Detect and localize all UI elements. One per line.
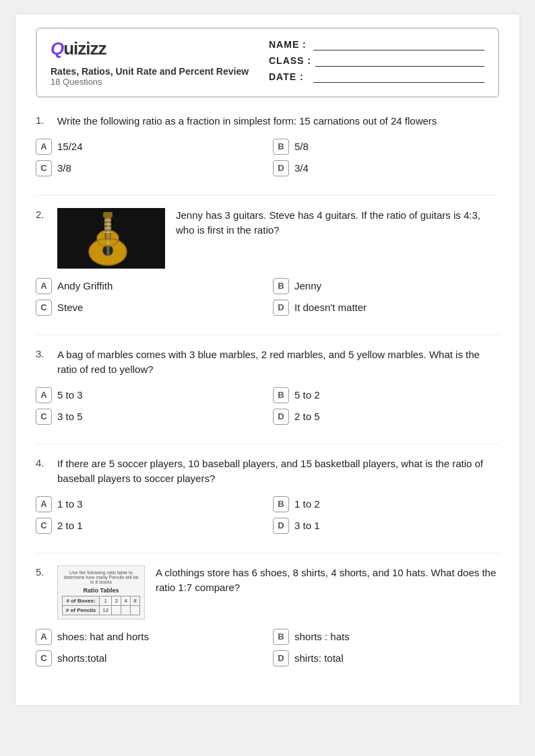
q4-answer-c: C 2 to 1: [36, 518, 262, 534]
q5-answers: A shoes: hat and horts B shorts : hats C…: [36, 629, 499, 666]
quizizz-logo: Quizizz: [51, 38, 249, 59]
q4-text-a: 1 to 3: [57, 498, 83, 510]
date-label: DATE :: [269, 71, 309, 82]
header-left: Quizizz Rates, Ratios, Unit Rate and Per…: [51, 38, 249, 87]
question-3-header: 3. A bag of marbles comes with 3 blue ma…: [36, 347, 499, 378]
q3-letter-c: C: [36, 409, 52, 425]
q1-answer-c: C 3/8: [36, 160, 262, 176]
question-5: 5. Use the following ratio table to dete…: [36, 565, 499, 666]
page-container: Quizizz Rates, Ratios, Unit Rate and Per…: [15, 13, 520, 706]
q2-text-c: Steve: [57, 302, 83, 313]
q5-letter-d: D: [273, 650, 289, 666]
q4-letter-b: B: [273, 496, 289, 512]
rt-header-boxes: # of Boxes:: [63, 596, 100, 605]
q2-content: Jenny has 3 guitars. Steve has 4 guitars…: [57, 208, 499, 269]
q2-number: 2.: [36, 208, 51, 220]
q5-letter-a: A: [36, 629, 52, 645]
q5-letter-b: B: [273, 629, 289, 645]
q3-answer-c: C 3 to 5: [36, 409, 262, 425]
class-field-row: CLASS :: [269, 55, 484, 67]
logo-q: Q: [51, 38, 63, 59]
q3-number: 3.: [36, 347, 51, 359]
rt-cell-8: 8: [131, 596, 140, 605]
q3-answers: A 5 to 3 B 5 to 2 C 3 to 5 D 2 to 5: [36, 387, 499, 425]
q3-answer-d: D 2 to 5: [273, 409, 499, 425]
name-line: [313, 38, 484, 50]
quiz-questions-count: 18 Questions: [51, 77, 249, 87]
q3-letter-d: D: [273, 409, 289, 425]
q2-letter-c: C: [36, 300, 52, 316]
question-4-header: 4. If there are 5 soccer players, 10 bas…: [36, 456, 499, 487]
q1-text-c: 3/8: [57, 162, 71, 174]
q2-text-b: Jenny: [294, 280, 321, 291]
q1-text: Write the following ratio as a fraction …: [57, 114, 499, 129]
q1-answer-a: A 15/24: [36, 139, 262, 155]
q3-text: A bag of marbles comes with 3 blue marbl…: [57, 347, 499, 378]
q3-text-a: 5 to 3: [57, 389, 83, 401]
q3-text-b: 5 to 2: [294, 389, 320, 401]
q2-text-a: Andy Griffith: [57, 280, 113, 291]
q3-answer-a: A 5 to 3: [36, 387, 262, 403]
q5-text-c: shorts:total: [57, 652, 106, 664]
quiz-header: Quizizz Rates, Ratios, Unit Rate and Per…: [36, 28, 499, 98]
q2-letter-d: D: [273, 300, 289, 316]
q5-ratio-table-image: Use the following ratio table to determi…: [57, 565, 145, 619]
q4-text: If there are 5 soccer players, 10 baseba…: [57, 456, 499, 487]
q2-answer-d: D It doesn't matter: [273, 300, 499, 316]
q4-letter-d: D: [273, 518, 289, 534]
q5-text: A clothings store has 6 shoes, 8 shirts,…: [156, 565, 499, 596]
q3-text-d: 2 to 5: [294, 411, 320, 422]
q4-number: 4.: [36, 456, 51, 469]
rt-cell-1: 1: [100, 596, 112, 605]
class-label: CLASS :: [269, 55, 311, 66]
q1-answers: A 15/24 B 5/8 C 3/8 D 3/4: [36, 139, 499, 176]
q1-letter-c: C: [36, 160, 52, 176]
header-right: NAME : CLASS : DATE :: [269, 38, 484, 83]
q2-answers: A Andy Griffith B Jenny C Steve D It doe…: [36, 278, 499, 316]
q1-text-a: 15/24: [57, 141, 83, 152]
question-4: 4. If there are 5 soccer players, 10 bas…: [36, 456, 499, 534]
rt-cell-2: 2: [112, 596, 121, 605]
q5-text-a: shoes: hat and horts: [57, 631, 149, 642]
question-1-header: 1. Write the following ratio as a fracti…: [36, 114, 499, 129]
q5-content: Use the following ratio table to determi…: [57, 565, 499, 619]
q2-text: Jenny has 3 guitars. Steve has 4 guitars…: [176, 208, 499, 238]
q3-text-c: 3 to 5: [57, 411, 83, 422]
q1-text-d: 3/4: [294, 162, 309, 174]
q5-answer-a: A shoes: hat and horts: [36, 629, 262, 645]
q2-answer-a: A Andy Griffith: [36, 278, 262, 294]
ratio-table: # of Boxes: 1 2 4 8 # of Pencils 12: [62, 596, 140, 615]
guitar-svg: [57, 208, 165, 269]
q2-answer-b: B Jenny: [273, 278, 499, 294]
q4-answers: A 1 to 3 B 1 to 2 C 2 to 1 D 3 to 1: [36, 496, 499, 534]
q4-text-b: 1 to 2: [294, 498, 320, 510]
name-label: NAME :: [269, 39, 309, 50]
rt-pencil-8: [131, 605, 140, 615]
ratio-table-container: Use the following ratio table to determi…: [62, 570, 140, 615]
q4-letter-c: C: [36, 518, 52, 534]
date-line: [313, 71, 484, 83]
rt-pencil-1: 12: [100, 605, 112, 615]
ratio-table-instruction: Use the following ratio table to determi…: [62, 570, 140, 584]
date-field-row: DATE :: [269, 71, 484, 83]
q5-answer-d: D shirts: total: [273, 650, 499, 666]
q5-letter-c: C: [36, 650, 52, 666]
svg-rect-3: [104, 215, 111, 240]
q4-text-d: 3 to 1: [294, 520, 320, 531]
question-2-header: 2.: [36, 208, 499, 269]
q1-text-b: 5/8: [294, 141, 309, 152]
q5-text-b: shorts : hats: [294, 631, 350, 642]
q2-letter-b: B: [273, 278, 289, 294]
q4-answer-a: A 1 to 3: [36, 496, 262, 512]
question-5-header: 5. Use the following ratio table to dete…: [36, 565, 499, 619]
q3-letter-b: B: [273, 387, 289, 403]
q5-number: 5.: [36, 565, 51, 578]
q4-answer-d: D 3 to 1: [273, 518, 499, 534]
rt-header-pencils: # of Pencils: [63, 605, 100, 615]
q4-text-c: 2 to 1: [57, 520, 83, 531]
question-3: 3. A bag of marbles comes with 3 blue ma…: [36, 347, 499, 425]
q1-letter-a: A: [36, 139, 52, 155]
logo-rest: uizizz: [63, 38, 106, 59]
class-line: [315, 55, 484, 67]
rt-cell-4: 4: [121, 596, 131, 605]
